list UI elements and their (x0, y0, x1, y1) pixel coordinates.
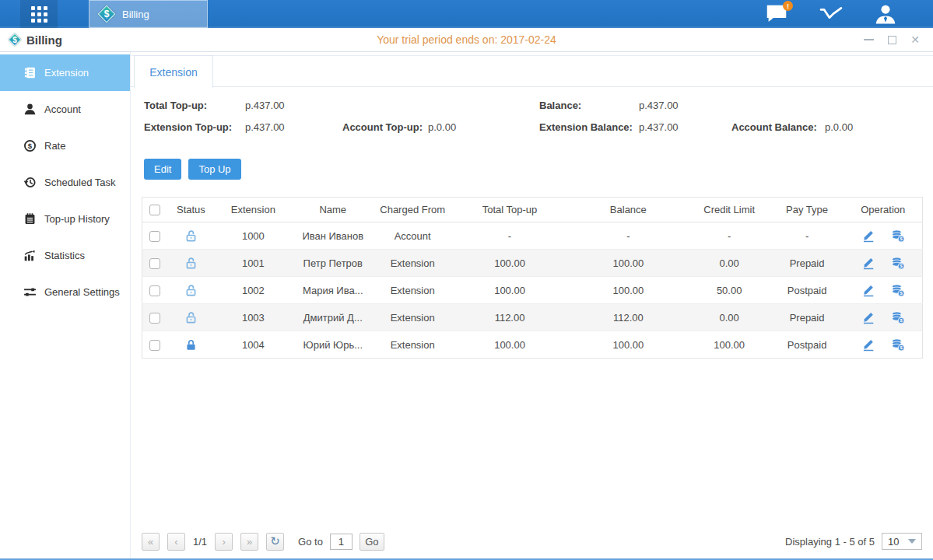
lock-status-icon (184, 257, 198, 270)
col-status: Status (167, 198, 214, 222)
top-up-row-button[interactable]: $ (891, 229, 905, 243)
cell-extension: 1003 (214, 304, 292, 331)
chart-button[interactable] (819, 4, 843, 24)
account-topup-label: Account Top-up: (342, 121, 428, 133)
window-title: $ Billing (8, 33, 62, 47)
minimize-button[interactable] (863, 34, 874, 45)
extension-balance-value: p.437.00 (639, 121, 731, 133)
user-icon (874, 4, 897, 25)
tab-extension[interactable]: Extension (134, 55, 213, 88)
extension-topup-label: Extension Top-up: (144, 121, 245, 133)
balance-summary: Total Top-up: p.437.00 Balance: p.437.00… (131, 87, 933, 143)
top-up-row-button[interactable]: $ (891, 283, 905, 297)
sidebar-item-scheduled-task[interactable]: Scheduled Task (0, 164, 130, 201)
window-controls: ✕ (863, 34, 921, 45)
col-credit-limit: Credit Limit (689, 198, 770, 222)
cell-name: Дмитрий Д... (292, 304, 374, 331)
extension-topup-value: p.437.00 (245, 121, 342, 133)
cell-pay-type: Prepaid (770, 250, 844, 277)
topbar: $ Billing ! (0, 0, 933, 28)
notification-badge: ! (783, 1, 793, 11)
page-size-value: 10 (888, 536, 899, 548)
edit-row-button[interactable] (861, 283, 875, 297)
sidebar-item-statistics[interactable]: Statistics (0, 237, 130, 274)
action-buttons: Edit Top Up (144, 159, 933, 180)
cell-name: Иван Иванов (292, 222, 374, 250)
row-checkbox[interactable] (149, 340, 160, 351)
cell-charged-from: Extension (374, 331, 451, 359)
sidebar-item-rate[interactable]: $ Rate (0, 128, 130, 164)
sidebar-item-label: Extension (44, 67, 89, 79)
cell-charged-from: Extension (374, 277, 451, 304)
col-total-topup: Total Top-up (451, 198, 568, 222)
sidebar-item-label: Statistics (44, 250, 85, 261)
chart-icon (819, 5, 843, 23)
cell-total-topup: - (451, 222, 568, 250)
col-balance: Balance (568, 198, 689, 222)
cell-extension: 1002 (214, 277, 292, 304)
first-page-button[interactable]: « (142, 533, 160, 551)
page-size-select[interactable]: 10 (882, 533, 922, 550)
cell-pay-type: Postpaid (770, 277, 844, 304)
user-button[interactable] (874, 4, 897, 24)
top-up-row-button[interactable]: $ (891, 310, 905, 324)
maximize-button[interactable] (886, 34, 897, 45)
chat-button[interactable]: ! (765, 4, 788, 24)
scheduled-task-clock-icon (23, 176, 37, 189)
cell-balance: 100.00 (568, 277, 689, 304)
top-up-button[interactable]: Top Up (188, 159, 240, 180)
edit-row-button[interactable] (861, 229, 875, 243)
cell-name: Юрий Юрь... (292, 331, 374, 359)
edit-row-button[interactable] (861, 338, 875, 352)
topbar-tab-label: Billing (122, 9, 149, 20)
cell-pay-type: Prepaid (770, 304, 844, 331)
cell-balance: 100.00 (568, 250, 689, 277)
top-up-row-button[interactable]: $ (891, 256, 905, 270)
goto-label: Go to (298, 536, 323, 548)
row-checkbox[interactable] (149, 231, 160, 242)
edit-button[interactable]: Edit (144, 159, 181, 180)
prev-page-button[interactable]: ‹ (167, 533, 185, 551)
balance-label: Balance: (539, 100, 639, 111)
lock-status-icon (184, 229, 198, 243)
close-button[interactable]: ✕ (910, 34, 921, 45)
cell-credit-limit: 0.00 (689, 250, 770, 277)
sidebar-item-label: Top-up History (44, 213, 110, 225)
table-row: 1002 Мария Ива... Extension 100.00 100.0… (142, 277, 923, 304)
cell-extension: 1000 (214, 222, 292, 250)
total-topup-label: Total Top-up: (144, 100, 245, 111)
app-grid-button[interactable] (20, 0, 58, 28)
col-extension: Extension (214, 198, 292, 222)
next-page-button[interactable]: › (215, 533, 233, 551)
select-all-checkbox[interactable] (149, 205, 160, 215)
sidebar-item-general-settings[interactable]: General Settings (0, 274, 130, 310)
sidebar-item-account[interactable]: Account (0, 91, 130, 128)
sidebar-item-extension[interactable]: Extension (0, 54, 130, 91)
sidebar-item-topup-history[interactable]: Top-up History (0, 201, 130, 237)
window-title-text: Billing (26, 33, 62, 47)
row-checkbox[interactable] (149, 285, 160, 296)
refresh-button[interactable]: ↻ (266, 533, 284, 551)
goto-page-input[interactable] (330, 534, 353, 550)
general-settings-sliders-icon (23, 285, 37, 299)
cell-balance: 112.00 (568, 304, 689, 331)
lock-status-icon (184, 338, 198, 352)
row-checkbox[interactable] (149, 313, 160, 324)
account-balance-value: p.0.00 (825, 121, 853, 133)
extension-table: Status Extension Name Charged From Total… (142, 197, 923, 359)
top-up-row-button[interactable]: $ (891, 338, 905, 352)
go-button[interactable]: Go (360, 533, 384, 551)
cell-total-topup: 100.00 (451, 277, 568, 304)
billing-diamond-icon: $ (97, 5, 116, 23)
extension-book-icon (23, 66, 37, 79)
col-pay-type: Pay Type (770, 198, 844, 222)
table-header-row: Status Extension Name Charged From Total… (142, 198, 923, 222)
edit-row-button[interactable] (861, 310, 875, 324)
edit-row-button[interactable] (861, 256, 875, 270)
account-balance-label: Account Balance: (731, 121, 825, 133)
cell-balance: - (568, 222, 689, 250)
sidebar-item-label: General Settings (44, 286, 120, 298)
topbar-tab-billing[interactable]: $ Billing (89, 0, 208, 28)
last-page-button[interactable]: » (240, 533, 258, 551)
row-checkbox[interactable] (149, 258, 160, 269)
